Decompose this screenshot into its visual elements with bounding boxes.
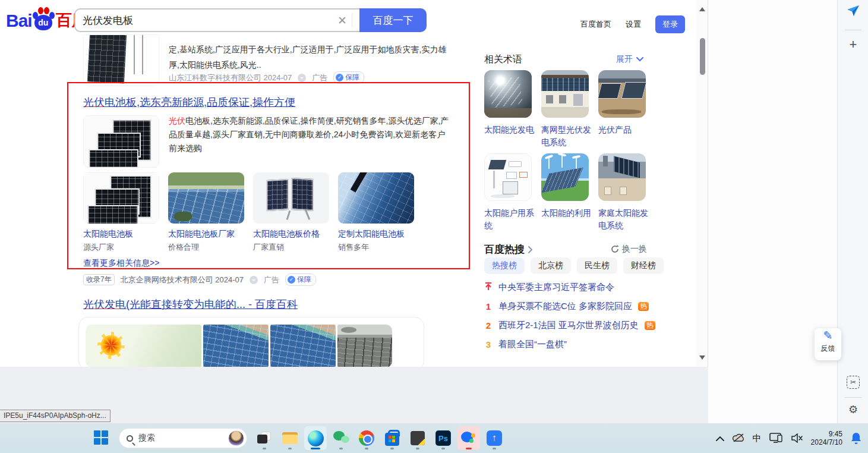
- file-explorer-button[interactable]: [279, 426, 301, 450]
- hot-tab-3[interactable]: 民生榜: [577, 257, 617, 274]
- tencent-docs-icon: ↑: [487, 430, 502, 446]
- baidu-search-button[interactable]: 百度一下: [359, 8, 427, 32]
- hot-item-1[interactable]: 1 单身买票不能选C位 多家影院回应 热: [484, 301, 649, 312]
- drop-paper-plane-icon[interactable]: [838, 4, 868, 20]
- related-image-1[interactable]: [484, 70, 532, 118]
- task-view-button[interactable]: [253, 426, 276, 450]
- scroll-down-arrow[interactable]: [699, 356, 705, 363]
- baike-media-card[interactable]: [78, 317, 424, 367]
- related-expand-button[interactable]: 展开: [616, 54, 643, 65]
- baozhang-badge-2[interactable]: ✓ 保障: [285, 273, 316, 286]
- sidebar-add-icon[interactable]: +: [838, 37, 868, 52]
- taskbar-apps: Ps ↑: [253, 426, 506, 450]
- volume-muted-icon[interactable]: [791, 433, 803, 443]
- ad-card-title-4[interactable]: 定制太阳能电池板: [338, 229, 405, 240]
- chevron-down-icon: [636, 57, 643, 62]
- baike-image-panel-3: [337, 325, 392, 367]
- wechat-button[interactable]: [330, 426, 352, 450]
- related-label-4[interactable]: 太阳能户用系统: [484, 207, 534, 232]
- refresh-icon: [611, 245, 619, 253]
- hot-tab-4[interactable]: 财经榜: [623, 257, 664, 274]
- ad-card-subtitle-1: 源头厂家: [83, 242, 114, 253]
- related-image-5[interactable]: [541, 153, 589, 201]
- hot-tabs: 热搜榜 北京榜 民生榜 财经榜: [484, 257, 664, 274]
- related-image-6[interactable]: [598, 153, 646, 201]
- ad-card-title-2[interactable]: 太阳能电池板厂家: [168, 229, 235, 240]
- sidebar-divider-2: [845, 397, 861, 398]
- ad-card-image-3[interactable]: [253, 172, 329, 224]
- see-more-link[interactable]: 查看更多相关信息>>: [83, 258, 159, 269]
- ad-card-image-4[interactable]: [338, 172, 414, 224]
- page-scrollbar[interactable]: [697, 0, 708, 367]
- baidu-paw-icon: du: [33, 7, 54, 31]
- edge-button[interactable]: [304, 426, 327, 450]
- system-tray: 中 9:45 2024/7/10: [716, 430, 868, 446]
- ad-thumbnail[interactable]: [83, 115, 159, 168]
- hot-item-top[interactable]: 中央军委主席习近平签署命令: [484, 282, 614, 293]
- search-input[interactable]: 光伏发电板 ✕: [74, 8, 359, 32]
- hot-item-text: 中央军委主席习近平签署命令: [498, 282, 614, 293]
- ad-card-image-1[interactable]: [83, 172, 159, 224]
- tray-chevron-up-icon[interactable]: [716, 436, 724, 441]
- ad-card-title-3[interactable]: 太阳能电池板价格: [253, 229, 320, 240]
- related-label-3[interactable]: 光伏产品: [598, 124, 648, 136]
- related-label-1[interactable]: 太阳能光发电: [484, 124, 534, 136]
- clear-search-icon[interactable]: ✕: [333, 14, 352, 27]
- edge-icon: [308, 430, 324, 446]
- hot-item-text: 着眼全国“一盘棋”: [498, 339, 567, 350]
- onedrive-paused-icon[interactable]: [732, 433, 745, 443]
- baike-image-sun: [86, 325, 201, 367]
- web-capture-icon[interactable]: ✂: [838, 376, 868, 389]
- start-button[interactable]: [94, 430, 109, 446]
- related-label-5[interactable]: 太阳能的利用: [541, 207, 591, 219]
- hot-tab-2[interactable]: 北京榜: [531, 257, 571, 274]
- related-image-3[interactable]: [598, 70, 646, 118]
- scrollbar-thumb[interactable]: [700, 38, 705, 75]
- result-source-line: 山东江科数字科技有限公司 2024-07 广告 ✓ 保障: [169, 71, 364, 84]
- ad-card-subtitle-4: 销售多年: [338, 242, 369, 253]
- hot-tab-1[interactable]: 热搜榜: [484, 257, 525, 274]
- photoshop-button[interactable]: Ps: [432, 426, 454, 450]
- result-menu-chevron-icon[interactable]: [298, 74, 306, 82]
- ime-indicator[interactable]: 中: [753, 433, 762, 444]
- sidebar-settings-gear-icon[interactable]: ⚙: [838, 403, 868, 416]
- tencent-docs-button[interactable]: ↑: [483, 426, 506, 450]
- hot-item-2[interactable]: 2 西班牙2-1法国 亚马尔世界波创历史 热: [484, 320, 655, 331]
- related-image-2[interactable]: [541, 70, 589, 118]
- ad-card-title-1[interactable]: 太阳能电池板: [83, 229, 133, 240]
- related-image-4[interactable]: [484, 153, 532, 201]
- login-button[interactable]: 登录: [655, 15, 685, 33]
- hot-item-3[interactable]: 3 着眼全国“一盘棋”: [484, 339, 567, 350]
- scroll-up-arrow[interactable]: [699, 4, 705, 11]
- nav-baidu-home[interactable]: 百度首页: [580, 19, 611, 30]
- ms-store-button[interactable]: [381, 426, 403, 450]
- shield-check-icon: ✓: [336, 74, 343, 81]
- baozhang-badge[interactable]: ✓ 保障: [333, 71, 364, 84]
- nav-settings[interactable]: 设置: [626, 19, 641, 30]
- related-label-2[interactable]: 离网型光伏发电系统: [541, 124, 591, 149]
- ad-result-title[interactable]: 光伏电池板,选东亮新能源,品质保证,操作方便: [83, 95, 295, 109]
- desktop-screen: Bai du 百度 光伏发电板 ✕ 百度一下 百度首页 设置 登录: [0, 0, 868, 453]
- baike-title-rest: (光能直接转变为电能的... - 百度百科: [126, 298, 298, 310]
- notes-app-button[interactable]: [406, 426, 429, 450]
- taskbar-search[interactable]: 搜索: [119, 428, 247, 448]
- taskbar-search-placeholder: 搜索: [138, 433, 228, 443]
- hot-search-header[interactable]: 百度热搜: [484, 243, 533, 256]
- ad-desc-highlight: 光伏: [169, 116, 185, 125]
- taskbar-clock[interactable]: 9:45 2024/7/10: [811, 430, 842, 446]
- ad-menu-chevron-icon[interactable]: [250, 276, 258, 284]
- search-query-text: 光伏发电板: [83, 14, 333, 27]
- related-label-6[interactable]: 家庭太阳能发电系统: [598, 207, 648, 232]
- hot-refresh-button[interactable]: 换一换: [611, 244, 647, 254]
- notification-bell-icon[interactable]: [850, 432, 862, 445]
- wecom-button[interactable]: [457, 426, 480, 450]
- feedback-button[interactable]: ✎ 反馈: [815, 328, 841, 360]
- baike-result-title[interactable]: 光伏发电(光能直接转变为电能的... - 百度百科: [83, 297, 298, 312]
- result-thumbnail[interactable]: [83, 34, 159, 86]
- cast-display-icon[interactable]: [769, 433, 784, 443]
- taskbar: 搜索 Ps ↑ 中 9:45 2024/7/10: [0, 423, 868, 453]
- search-bar: 光伏发电板 ✕ 百度一下: [74, 8, 427, 32]
- ad-card-image-2[interactable]: [168, 172, 244, 224]
- chrome-button[interactable]: [355, 426, 378, 450]
- result-description: 定,基站系统,广泛应用于各大行业,广泛适用于,广泛应用于如地质灾害,实力雄厚,太…: [169, 42, 454, 73]
